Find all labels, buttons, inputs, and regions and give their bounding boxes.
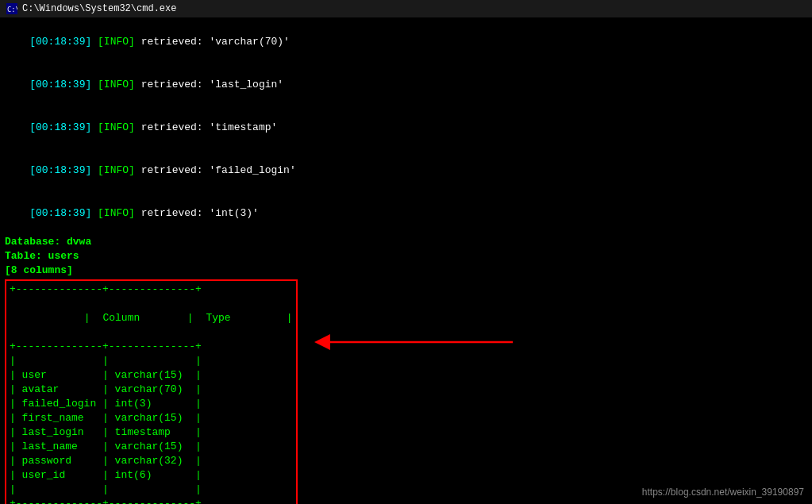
- svg-marker-3: [314, 334, 330, 350]
- table-row-user: | user | varchar(15) |: [10, 368, 293, 383]
- timestamp-4: [00:18:39]: [29, 164, 98, 176]
- table-container: Database: dvwa Table: users [8 columns] …: [5, 235, 298, 504]
- table-row-user-id: | user_id | int(6) |: [10, 468, 293, 483]
- log-text-4: retrieved: 'failed_login': [135, 164, 296, 176]
- table-label: Table: users: [5, 249, 298, 264]
- info-tag-1: [INFO]: [98, 36, 135, 48]
- log-text-2: retrieved: 'last_login': [135, 79, 283, 90]
- table-header: | Column | Type |: [10, 297, 293, 340]
- table-empty-row-2: | | |: [10, 483, 293, 497]
- columns-label: [8 columns]: [5, 264, 298, 278]
- log-text-1: retrieved: 'varchar(70)': [135, 36, 290, 48]
- log-line-5: [00:18:39] [INFO] retrieved: 'int(3)': [5, 192, 807, 235]
- timestamp-2: [00:18:39]: [29, 79, 98, 90]
- info-tag-2: [INFO]: [98, 79, 135, 90]
- log-line-1: [00:18:39] [INFO] retrieved: 'varchar(70…: [5, 21, 807, 63]
- log-line-3: [00:18:39] [INFO] retrieved: 'timestamp': [5, 106, 807, 149]
- timestamp-5: [00:18:39]: [29, 207, 98, 219]
- title-bar: C:\ C:\Windows\System32\cmd.exe: [0, 0, 812, 17]
- table-row-last-name: | last_name | varchar(15) |: [10, 440, 293, 454]
- cmd-icon: C:\: [6, 3, 17, 14]
- table-box: +--------------+--------------+ | Column…: [5, 279, 298, 504]
- table-top-border: +--------------+--------------+: [10, 283, 293, 297]
- log-line-4: [00:18:39] [INFO] retrieved: 'failed_log…: [5, 149, 807, 192]
- timestamp-3: [00:18:39]: [29, 121, 98, 133]
- table-row-avatar: | avatar | varchar(70) |: [10, 383, 293, 397]
- info-tag-5: [INFO]: [98, 207, 135, 219]
- info-tag-4: [INFO]: [98, 164, 135, 176]
- svg-text:C:\: C:\: [7, 6, 17, 13]
- table-row-last-login: | last_login | timestamp |: [10, 425, 293, 440]
- table-row-first-name: | first_name | varchar(15) |: [10, 411, 293, 425]
- database-label: Database: dvwa: [5, 235, 298, 249]
- watermark: https://blog.csdn.net/weixin_39190897: [642, 487, 804, 498]
- table-row-password: | password | varchar(32) |: [10, 454, 293, 468]
- timestamp-1: [00:18:39]: [29, 36, 98, 48]
- title-text: C:\Windows\System32\cmd.exe: [22, 3, 176, 14]
- terminal: [00:18:39] [INFO] retrieved: 'varchar(70…: [0, 17, 812, 504]
- red-arrow-icon: [314, 330, 513, 354]
- log-line-2: [00:18:39] [INFO] retrieved: 'last_login…: [5, 63, 807, 106]
- table-bottom-border: +--------------+--------------+: [10, 497, 293, 504]
- table-row-failed-login: | failed_login | int(3) |: [10, 397, 293, 411]
- table-empty-row: | | |: [10, 354, 293, 368]
- info-tag-3: [INFO]: [98, 121, 135, 133]
- log-text-5: retrieved: 'int(3)': [135, 207, 259, 219]
- log-text-3: retrieved: 'timestamp': [135, 121, 277, 133]
- table-header-sep: +--------------+--------------+: [10, 340, 293, 354]
